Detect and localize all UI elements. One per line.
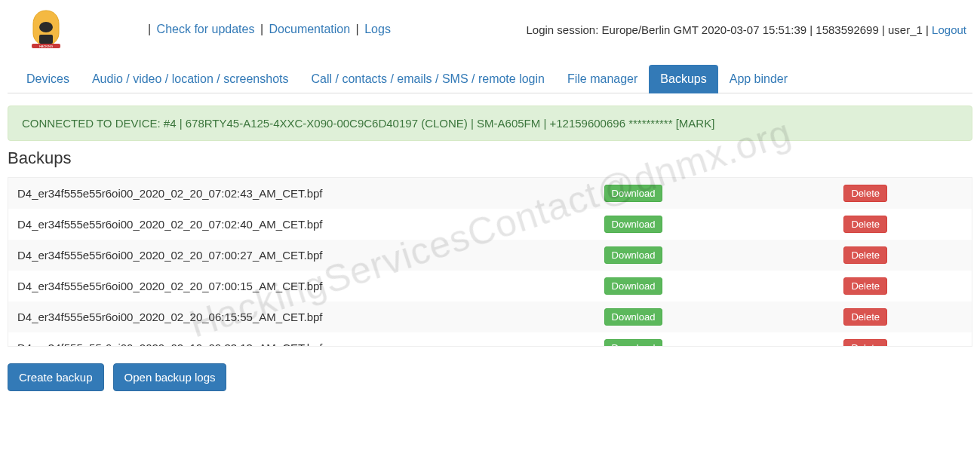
backup-row: D4_er34f555e55r6oi00_2020_02_20_07:02:43… bbox=[8, 178, 972, 209]
backup-filename: D4_er34f555e55r6oi00_2020_02_19_09:33:13… bbox=[17, 341, 604, 347]
tab-call-contacts-emails-sms-remote-login[interactable]: Call / contacts / emails / SMS / remote … bbox=[300, 65, 556, 93]
backups-container: D4_er34f555e55r6oi00_2020_02_20_07:02:43… bbox=[8, 177, 972, 347]
bottom-actions: Create backup Open backup logs bbox=[8, 363, 972, 391]
check-updates-link[interactable]: Check for updates bbox=[157, 23, 255, 35]
backup-row: D4_er34f555e55r6oi00_2020_02_19_09:33:13… bbox=[8, 332, 972, 347]
backup-filename: D4_er34f555e55r6oi00_2020_02_20_07:00:27… bbox=[17, 249, 604, 262]
delete-button[interactable]: Delete bbox=[843, 246, 887, 264]
tab-app-binder[interactable]: App binder bbox=[718, 65, 799, 93]
tab-devices[interactable]: Devices bbox=[15, 65, 81, 93]
backup-row: D4_er34f555e55r6oi00_2020_02_20_07:02:40… bbox=[8, 209, 972, 240]
nav-tabs: DevicesAudio / video / location / screen… bbox=[8, 56, 972, 93]
backup-filename: D4_er34f555e55r6oi00_2020_02_20_07:02:43… bbox=[17, 187, 604, 200]
hacking-services-logo-icon: HACKING bbox=[23, 8, 69, 51]
session-text: Login session: Europe/Berlin GMT 2020-03… bbox=[526, 23, 922, 36]
open-backup-logs-button[interactable]: Open backup logs bbox=[113, 363, 227, 391]
download-button[interactable]: Download bbox=[604, 339, 663, 347]
download-button[interactable]: Download bbox=[604, 185, 663, 202]
delete-button[interactable]: Delete bbox=[843, 308, 887, 326]
separator: | bbox=[356, 23, 363, 35]
download-button[interactable]: Download bbox=[604, 216, 663, 233]
download-button[interactable]: Download bbox=[604, 246, 663, 264]
delete-button[interactable]: Delete bbox=[843, 216, 887, 233]
connected-banner: CONNECTED TO DEVICE: #4 | 678RTY45-A125-… bbox=[8, 106, 972, 141]
delete-button[interactable]: Delete bbox=[843, 339, 887, 347]
page-title: Backups bbox=[8, 148, 972, 168]
tab-file-manager[interactable]: File manager bbox=[556, 65, 649, 93]
top-header: HACKING | Check for updates | Documentat… bbox=[0, 0, 980, 56]
separator: | bbox=[148, 23, 155, 35]
logo: HACKING bbox=[17, 8, 74, 51]
separator: | bbox=[260, 23, 267, 35]
session-info: Login session: Europe/Berlin GMT 2020-03… bbox=[526, 23, 966, 36]
svg-rect-1 bbox=[39, 35, 53, 44]
backup-filename: D4_er34f555e55r6oi00_2020_02_20_07:02:40… bbox=[17, 218, 604, 231]
backup-row: D4_er34f555e55r6oi00_2020_02_20_07:00:15… bbox=[8, 271, 972, 301]
svg-text:HACKING: HACKING bbox=[38, 44, 52, 48]
download-button[interactable]: Download bbox=[604, 277, 663, 295]
logs-link[interactable]: Logs bbox=[364, 23, 391, 35]
tab-backups[interactable]: Backups bbox=[649, 65, 717, 93]
separator: | bbox=[926, 23, 932, 36]
create-backup-button[interactable]: Create backup bbox=[8, 363, 104, 391]
download-button[interactable]: Download bbox=[604, 308, 663, 326]
logout-link[interactable]: Logout bbox=[932, 23, 966, 36]
backup-row: D4_er34f555e55r6oi00_2020_02_20_07:00:27… bbox=[8, 240, 972, 271]
backups-list[interactable]: D4_er34f555e55r6oi00_2020_02_20_07:02:43… bbox=[8, 177, 972, 347]
documentation-link[interactable]: Documentation bbox=[269, 23, 351, 35]
delete-button[interactable]: Delete bbox=[843, 185, 887, 202]
backup-filename: D4_er34f555e55r6oi00_2020_02_20_06:15:55… bbox=[17, 311, 604, 323]
delete-button[interactable]: Delete bbox=[843, 277, 887, 295]
svg-point-0 bbox=[39, 22, 53, 32]
backup-filename: D4_er34f555e55r6oi00_2020_02_20_07:00:15… bbox=[17, 280, 604, 292]
backup-row: D4_er34f555e55r6oi00_2020_02_20_06:15:55… bbox=[8, 301, 972, 332]
header-links: | Check for updates | Documentation | Lo… bbox=[146, 23, 391, 36]
tab-audio-video-location-screenshots[interactable]: Audio / video / location / screenshots bbox=[81, 65, 300, 93]
